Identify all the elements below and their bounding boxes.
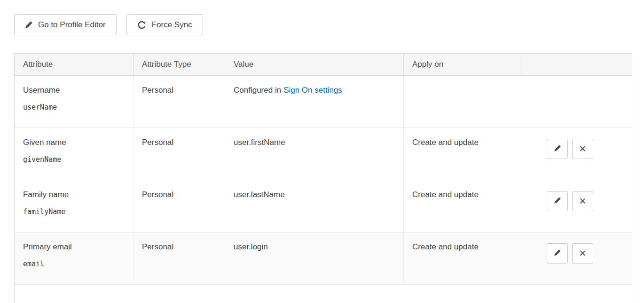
actions-cell (520, 76, 632, 128)
delete-mapping-button[interactable]: ✕ (572, 139, 593, 159)
attribute-variable-name: email (23, 260, 125, 268)
header-attribute: Attribute (15, 54, 133, 75)
attribute-mappings-table: Attribute Attribute Type Value Apply on … (14, 53, 632, 303)
close-icon: ✕ (579, 249, 587, 258)
go-to-profile-editor-button[interactable]: Go to Profile Editor (14, 14, 117, 35)
attribute-cell: Given name givenName (15, 128, 133, 180)
apply-on-cell: Create and update (403, 180, 520, 232)
toolbar: Go to Profile Editor Force Sync (14, 14, 644, 35)
attribute-cell: Username userName (15, 76, 133, 128)
sign-on-settings-link[interactable]: Sign On settings (283, 86, 342, 95)
attribute-cell: Family name familyName (15, 180, 133, 232)
attribute-type-cell: Personal (133, 232, 225, 284)
table-row: Given name givenName Personal user.first… (15, 128, 632, 180)
value-cell: Configured inSign On settings (225, 76, 403, 128)
actions-cell: ✕ (520, 180, 632, 232)
header-actions (520, 54, 632, 75)
force-sync-label: Force Sync (152, 21, 192, 29)
go-to-profile-editor-label: Go to Profile Editor (38, 21, 106, 29)
edit-mapping-button[interactable] (547, 139, 568, 159)
attribute-variable-name: givenName (23, 155, 125, 164)
table-row: Primary email email Personal user.login … (15, 232, 632, 285)
apply-on-cell (403, 76, 520, 128)
table-empty-area (15, 285, 632, 303)
attribute-type-cell: Personal (133, 128, 225, 180)
value-text: Configured in (234, 86, 281, 95)
close-icon: ✕ (579, 197, 587, 206)
refresh-icon (137, 20, 147, 30)
delete-mapping-button[interactable]: ✕ (572, 191, 593, 211)
edit-mapping-button[interactable] (547, 243, 568, 263)
pencil-icon (554, 197, 561, 206)
table-row: Username userName Personal Configured in… (15, 76, 632, 128)
pencil-icon (554, 249, 561, 258)
attribute-variable-name: familyName (23, 207, 125, 216)
attribute-variable-name: userName (23, 103, 125, 112)
pencil-icon (554, 144, 561, 153)
value-cell: user.firstName (225, 128, 403, 180)
value-cell: user.lastName (225, 180, 403, 232)
apply-on-cell: Create and update (403, 128, 520, 180)
apply-on-cell: Create and update (403, 232, 520, 284)
attribute-type-cell: Personal (133, 180, 225, 232)
pencil-icon (25, 21, 33, 29)
table-row: Family name familyName Personal user.las… (15, 180, 632, 232)
header-attribute-type: Attribute Type (133, 54, 225, 75)
value-cell: user.login (225, 232, 403, 284)
attribute-label: Primary email (23, 242, 125, 252)
delete-mapping-button[interactable]: ✕ (572, 243, 593, 263)
table-header-row: Attribute Attribute Type Value Apply on (15, 54, 632, 76)
header-apply-on: Apply on (403, 54, 520, 75)
header-value: Value (225, 54, 403, 75)
attribute-label: Given name (23, 138, 125, 147)
actions-cell: ✕ (520, 128, 632, 180)
attribute-label: Username (23, 86, 125, 95)
force-sync-button[interactable]: Force Sync (126, 14, 203, 35)
attribute-cell: Primary email email (15, 232, 133, 284)
close-icon: ✕ (579, 144, 587, 153)
actions-cell: ✕ (520, 232, 632, 284)
edit-mapping-button[interactable] (547, 191, 568, 211)
attribute-label: Family name (23, 190, 125, 199)
attribute-type-cell: Personal (133, 76, 225, 128)
